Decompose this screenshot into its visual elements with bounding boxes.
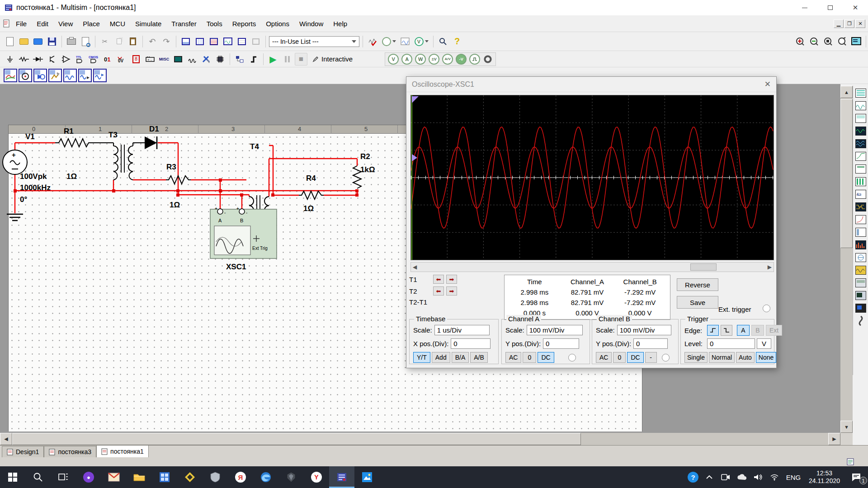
source-component-icon[interactable] — [4, 53, 16, 66]
undo-icon[interactable]: ↶ — [146, 35, 159, 48]
parent-sheet-icon[interactable] — [250, 35, 262, 48]
oscilloscope-scrollbar[interactable]: ◀ ▶ — [410, 262, 774, 272]
horizontal-scrollbar[interactable]: ◀ ▶ — [0, 433, 840, 445]
logic-analyzer-icon[interactable] — [854, 201, 868, 213]
menu-tools[interactable]: Tools — [202, 15, 227, 32]
multimeter-icon[interactable] — [854, 87, 868, 99]
menu-place[interactable]: Place — [78, 15, 105, 32]
basic-component-icon[interactable] — [18, 53, 30, 66]
zoom-out-icon[interactable] — [808, 35, 821, 48]
t1-right-button[interactable]: ➡ — [446, 275, 457, 284]
cut-icon[interactable]: ✂ — [99, 35, 111, 48]
probe-menu-icon[interactable] — [380, 35, 397, 48]
trigger-source-b-button[interactable]: B — [751, 325, 764, 336]
channel-a-zero-button[interactable]: 0 — [523, 352, 536, 363]
oscilloscope-dialog[interactable]: Oscilloscope-XSC1 ✕ ◀ ▶ T1 ⬅ ➡ T2 ⬅ ➡ T2… — [406, 76, 777, 368]
channel-a-dc-button[interactable]: DC — [538, 352, 554, 363]
power-probe-icon[interactable]: W — [415, 54, 426, 65]
channel-b-ypos-field[interactable]: 0 — [633, 338, 668, 349]
in-use-list-combobox[interactable]: --- In-Use List --- — [269, 36, 359, 47]
bode-plotter-icon[interactable] — [854, 150, 868, 162]
channel-a-radio[interactable] — [568, 354, 576, 361]
trigger-level-field[interactable]: 0 — [707, 338, 755, 349]
wifi-icon[interactable] — [766, 466, 783, 488]
spice-netlist-icon[interactable] — [208, 35, 220, 48]
oscilloscope-scrollbar-thumb[interactable] — [690, 263, 717, 271]
erc-check-icon[interactable] — [366, 35, 379, 48]
vertical-scrollbar[interactable]: ▲ ▼ — [840, 86, 853, 433]
analog-component-icon[interactable] — [60, 53, 72, 66]
lv-microphone-icon[interactable] — [19, 69, 32, 82]
lv-signal-analyzer-icon[interactable] — [48, 69, 62, 82]
interactive-mode-selector[interactable]: Interactive — [309, 55, 356, 63]
menu-file[interactable]: File — [11, 15, 32, 32]
diode-component-icon[interactable] — [32, 53, 44, 66]
tektronix-oscilloscope-icon[interactable] — [854, 302, 868, 314]
notification-center-icon[interactable]: 1 — [844, 466, 868, 488]
timebase-scale-field[interactable]: 1 us/Div — [434, 325, 490, 335]
maximize-button[interactable] — [817, 0, 843, 15]
lv-streaming-analyzer-icon[interactable] — [93, 69, 107, 82]
channel-a-ypos-field[interactable]: 0 — [543, 338, 579, 349]
trigger-level-unit-select[interactable]: V — [757, 338, 771, 349]
tab-postoyanka1[interactable]: постоянка1 — [96, 445, 149, 457]
run-simulation-button[interactable]: ▶ — [267, 53, 279, 66]
yandex-app-icon[interactable]: Я — [228, 466, 253, 488]
trigger-source-a-button[interactable]: A — [737, 325, 750, 336]
help-tray-icon[interactable]: ? — [685, 466, 701, 488]
photos-app-icon[interactable] — [354, 466, 380, 488]
spreadsheet-view-icon[interactable] — [193, 35, 206, 48]
lv-speaker-icon[interactable] — [33, 69, 47, 82]
four-channel-oscilloscope-icon[interactable] — [854, 137, 868, 150]
zoom-fit-icon[interactable] — [836, 35, 849, 48]
channel-b-dc-button[interactable]: DC — [627, 352, 643, 363]
trigger-none-button[interactable]: None — [756, 352, 776, 363]
mixed-component-icon[interactable]: 0V — [116, 53, 128, 66]
misc-component-icon[interactable]: MISC — [158, 53, 170, 66]
channel-a-scale-field[interactable]: 100 mV/Div — [527, 325, 583, 335]
current-clamp-probe-icon[interactable] — [854, 314, 868, 327]
menu-mcu[interactable]: MCU — [105, 15, 130, 32]
mail-app-icon[interactable] — [101, 466, 127, 488]
menu-help[interactable]: Help — [328, 15, 352, 32]
word-generator-icon[interactable] — [854, 175, 868, 188]
trigger-single-button[interactable]: Single — [684, 352, 708, 363]
tray-chevron-icon[interactable] — [701, 466, 717, 488]
timebase-add-button[interactable]: Add — [432, 352, 450, 363]
mdi-minimize-button[interactable]: ▁ — [834, 19, 844, 28]
ttl-component-icon[interactable]: TTL — [74, 53, 86, 66]
open-icon[interactable] — [18, 35, 30, 48]
scroll-right-icon[interactable]: ▶ — [828, 433, 840, 445]
frequency-counter-icon[interactable] — [854, 163, 868, 175]
digital-component-icon[interactable]: 01 — [102, 53, 114, 66]
voltage-probe-icon[interactable]: V — [388, 54, 399, 65]
function-generator-icon[interactable] — [854, 99, 868, 112]
youtube-y-icon[interactable]: Y — [304, 466, 329, 488]
trigger-auto-button[interactable]: Auto — [736, 352, 755, 363]
scroll-right-icon[interactable]: ▶ — [768, 264, 772, 270]
trigger-source-ext-button[interactable]: Ext — [766, 325, 782, 336]
indicator-component-icon[interactable]: 8 — [130, 53, 142, 66]
wattmeter-icon[interactable] — [854, 112, 868, 124]
shield-app-icon[interactable] — [203, 466, 228, 488]
spectrum-analyzer-icon[interactable] — [854, 239, 868, 251]
game-emblem-icon[interactable] — [278, 466, 304, 488]
trigger-falling-edge-icon[interactable] — [721, 325, 732, 336]
rf-component-icon[interactable] — [186, 53, 198, 66]
ext-trigger-radio[interactable] — [763, 305, 770, 312]
app-grid-icon[interactable] — [152, 466, 177, 488]
scroll-left-icon[interactable]: ◀ — [413, 264, 417, 270]
current-probe-icon[interactable]: A — [401, 54, 412, 65]
iv-analyzer-icon[interactable] — [854, 213, 868, 225]
open-sample-icon[interactable] — [32, 35, 44, 48]
channel-b-zero-button[interactable]: 0 — [613, 352, 626, 363]
task-view-icon[interactable] — [51, 466, 76, 488]
t2-right-button[interactable]: ➡ — [446, 286, 457, 296]
mcu-component-icon[interactable] — [214, 53, 226, 66]
file-explorer-icon[interactable] — [127, 466, 152, 488]
electromechanical-component-icon[interactable] — [200, 53, 212, 66]
menu-view[interactable]: View — [53, 15, 78, 32]
vertical-scrollbar-thumb[interactable] — [840, 99, 853, 248]
channel-a-ac-button[interactable]: AC — [505, 352, 521, 363]
edge-browser-icon[interactable] — [253, 466, 278, 488]
